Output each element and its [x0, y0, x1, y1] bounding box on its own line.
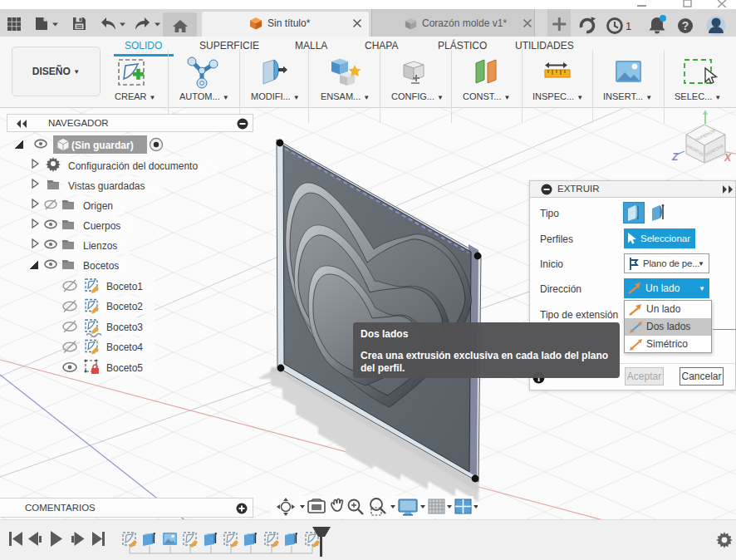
svg-text:Boceto2: Boceto2 — [106, 301, 143, 312]
svg-text:Lienzos: Lienzos — [83, 240, 117, 252]
svg-text:?: ? — [682, 19, 689, 32]
svg-text:Cuerpos: Cuerpos — [83, 220, 120, 232]
svg-text:X: X — [724, 152, 732, 164]
svg-text:(Sin guardar): (Sin guardar) — [71, 140, 134, 151]
svg-text:Boceto5: Boceto5 — [106, 362, 143, 374]
svg-text:Vistas guardadas: Vistas guardadas — [68, 180, 145, 192]
svg-text:Boceto1: Boceto1 — [106, 281, 143, 292]
svg-text:Configuración del documento: Configuración del documento — [68, 160, 198, 172]
svg-text:Bocetos: Bocetos — [83, 260, 119, 272]
svg-text:Boceto4: Boceto4 — [106, 341, 143, 353]
svg-text:Origen: Origen — [83, 200, 113, 212]
svg-text:Boceto3: Boceto3 — [106, 322, 143, 333]
svg-text:1: 1 — [626, 20, 631, 32]
svg-text:Z: Z — [671, 151, 679, 163]
